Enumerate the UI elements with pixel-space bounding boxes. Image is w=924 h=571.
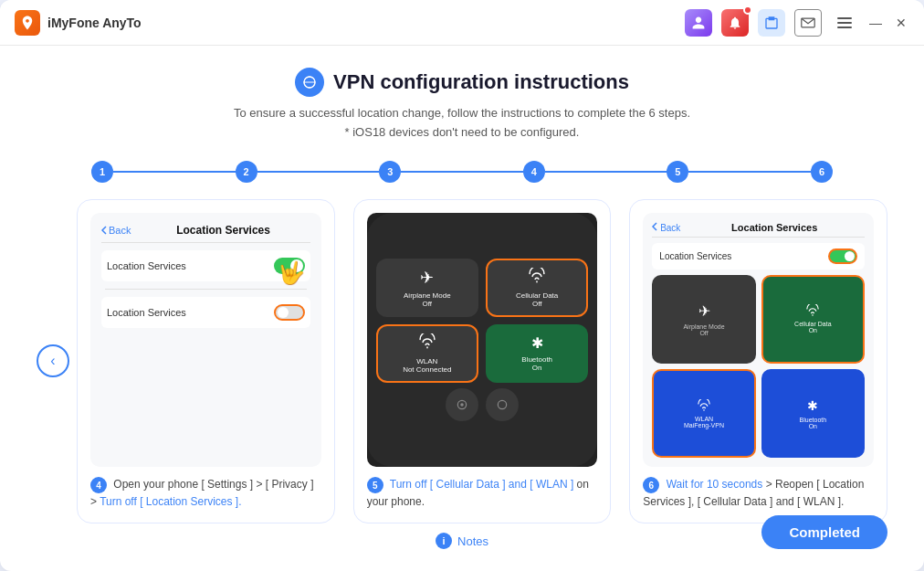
c3-wlan-label: WLANMaiFeng-VPN	[684, 416, 724, 428]
card4-step-num: 4	[90, 477, 107, 493]
steps-progress: 1 2 3 4 5 6	[37, 161, 887, 183]
step-line-3-4	[401, 171, 523, 173]
step-dot-3: 3	[379, 161, 401, 183]
notes-button[interactable]: i Notes	[436, 533, 488, 549]
c3-wlan: WLANMaiFeng-VPN	[652, 369, 755, 458]
ctrl-cellular-label: Cellular DataOff	[516, 291, 558, 308]
main-content: VPN configuration instructions To ensure…	[0, 46, 924, 571]
page-header: VPN configuration instructions To ensure…	[37, 68, 887, 143]
step-dot-4: 4	[523, 161, 545, 183]
notification-badge	[743, 5, 752, 15]
ctrl-bluetooth-label: BluetoothOn	[521, 355, 552, 372]
bluetooth-icon: ✱	[531, 334, 543, 352]
mail-icon[interactable]	[794, 9, 822, 37]
card5-step-num: 5	[367, 477, 383, 493]
step-line-2-3	[257, 171, 380, 173]
back-label-6: Back	[652, 222, 680, 233]
cards-area: ‹ Back Location Services	[37, 199, 887, 523]
phone6-screen: Back Location Services Location Services	[643, 213, 874, 468]
card6-image: Back Location Services Location Services	[643, 213, 874, 468]
c3-airplane-icon: ✈	[698, 302, 710, 320]
bottom-bar: i Notes Completed	[37, 523, 887, 553]
hand-pointer-icon: 🤟	[278, 260, 305, 286]
page-title: VPN configuration instructions	[333, 70, 629, 94]
c3-bluetooth-label: BluetoothOn	[800, 417, 827, 429]
c3-cellular: Cellular DataOn	[761, 275, 865, 365]
svg-rect-2	[837, 22, 852, 24]
step-dot-1: 1	[91, 161, 113, 183]
step-line-4-5	[545, 171, 667, 173]
svg-point-6	[460, 403, 464, 407]
profile-icon[interactable]	[685, 9, 712, 37]
page-subtitle-1: To ensure a successful location change, …	[37, 104, 887, 123]
location-row-2: Location Services	[101, 297, 310, 328]
chevron-left-icon: ‹	[50, 353, 55, 369]
ctrl-cellular: Cellular DataOff	[486, 259, 588, 317]
phone6-title: Location Services	[731, 222, 817, 233]
ctrl-wlan: WLANNot Connected	[376, 324, 478, 383]
card6-desc: 6 Wait for 10 seconds > Reopen [ Locatio…	[643, 476, 874, 510]
svg-rect-3	[837, 26, 852, 28]
ctrl-airplane-label: Airplane ModeOff	[404, 291, 451, 308]
ctrl-wlan-label: WLANNot Connected	[403, 357, 451, 374]
app-icon	[15, 10, 40, 36]
svg-point-7	[498, 400, 506, 408]
step-line-1-2	[113, 171, 236, 173]
card4-image: Back Location Services Location Services…	[90, 213, 321, 468]
notifications-icon[interactable]	[721, 9, 749, 37]
step-dot-6: 6	[811, 161, 833, 183]
c3-cellular-label: Cellular DataOn	[794, 321, 831, 333]
card5-desc: 5 Turn off [ Cellular Data ] and [ WLAN …	[367, 476, 598, 510]
phone4-title: Location Services	[176, 224, 270, 237]
card5-image: ✈ Airplane ModeOff Cellular DataOff	[367, 213, 598, 468]
app-title: iMyFone AnyTo	[47, 16, 685, 30]
cards-container: Back Location Services Location Services…	[77, 199, 887, 523]
notes-label: Notes	[457, 534, 488, 548]
card-step4: Back Location Services Location Services…	[77, 199, 335, 523]
loc-label-2: Location Services	[107, 307, 186, 318]
bag-icon[interactable]	[758, 9, 785, 37]
phone5-screen: ✈ Airplane ModeOff Cellular DataOff	[367, 213, 598, 468]
card-step6: Back Location Services Location Services	[629, 199, 887, 523]
toggle-on-c3	[828, 248, 857, 264]
ctrl-grid: ✈ Airplane ModeOff Cellular DataOff	[376, 259, 589, 383]
completed-button[interactable]: Completed	[761, 515, 887, 549]
ctrl-airplane: ✈ Airplane ModeOff	[376, 259, 478, 317]
card4-desc: 4 Open your phone [ Settings ] > [ Priva…	[90, 476, 321, 510]
close-button[interactable]: ✕	[893, 15, 909, 31]
loc-label-1: Location Services	[107, 260, 186, 271]
c3-loc-row: Location Services	[652, 243, 865, 270]
page-subtitle-2: * iOS18 devices don't need to be configu…	[37, 123, 887, 143]
card-step5: ✈ Airplane ModeOff Cellular DataOff	[353, 199, 612, 523]
cellular-icon	[529, 268, 545, 288]
step-line-5-6	[688, 171, 811, 173]
c3-loc-label: Location Services	[659, 251, 731, 261]
vpn-icon	[295, 68, 324, 97]
c3-grid: ✈ Airplane ModeOff Cellular DataOn	[652, 275, 865, 459]
c3-wlan-icon	[698, 399, 710, 412]
titlebar-actions: — ✕	[685, 9, 909, 37]
c3-bluetooth: ✱ BluetoothOn	[761, 369, 865, 458]
titlebar: iMyFone AnyTo	[0, 0, 924, 46]
wlan-icon	[419, 333, 436, 354]
step-dot-5: 5	[667, 161, 688, 183]
prev-button[interactable]: ‹	[37, 344, 69, 377]
c3-airplane: ✈ Airplane ModeOff	[652, 275, 755, 365]
c3-bluetooth-icon: ✱	[807, 398, 818, 413]
ctrl-extra-1	[446, 388, 478, 421]
back-label: Back	[101, 225, 131, 236]
ctrl-extra-2	[486, 388, 519, 421]
c3-cellular-icon	[806, 304, 819, 317]
menu-icon[interactable]	[831, 9, 858, 37]
ctrl-bluetooth: ✱ BluetoothOn	[486, 324, 588, 383]
phone6-header: Back Location Services	[652, 222, 865, 238]
ctrl-extra	[376, 388, 589, 421]
minimize-button[interactable]: —	[867, 15, 884, 31]
notes-icon: i	[436, 533, 452, 549]
toggle-off	[274, 304, 305, 321]
step-dot-2: 2	[236, 161, 257, 183]
c3-airplane-label: Airplane ModeOff	[683, 323, 724, 336]
phone4-screen: Back Location Services Location Services…	[90, 213, 321, 468]
svg-rect-1	[837, 17, 852, 19]
card6-step-num: 6	[643, 477, 659, 493]
